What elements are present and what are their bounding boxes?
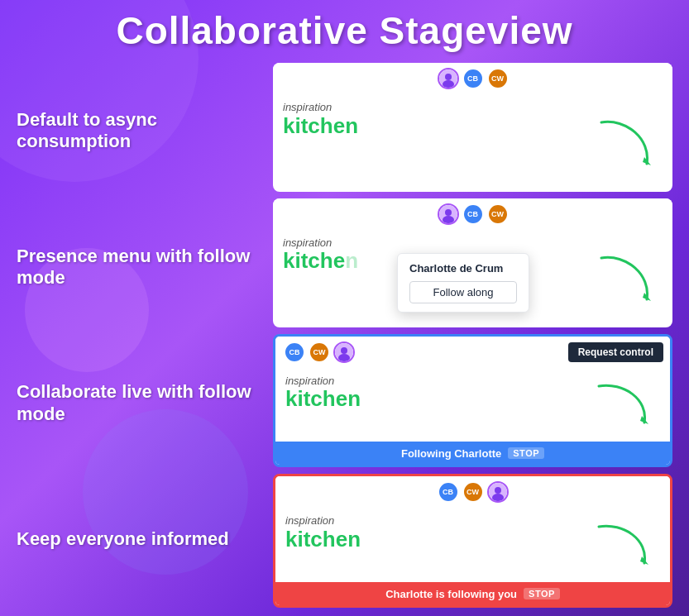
charlotte-avatar-svg-3 (335, 343, 353, 361)
page-container: Collaborative Stageview Default to async… (0, 0, 689, 616)
following-bar-text: Following Charlotte (401, 447, 501, 460)
right-panels: CB CW inspiration kitchen (273, 63, 672, 608)
avatar-cw-2: CW (487, 203, 509, 225)
popup-name: Charlotte de Crum (409, 262, 517, 275)
page-title: Collaborative Stageview (17, 8, 672, 53)
arrow-svg-2 (593, 250, 659, 308)
svg-marker-15 (640, 556, 648, 565)
label-item-4: Keep everyone informed (17, 471, 256, 608)
left-labels: Default to async consumption Presence me… (17, 63, 256, 608)
stop-badge-3[interactable]: STOP (508, 447, 544, 459)
charlotte-following-bar-text: Charlotte is following you (385, 588, 517, 600)
panel-2-content: inspiration kitchen Charlotte de Crum Fo… (273, 230, 672, 327)
avatar-charlotte-4 (487, 481, 509, 503)
panel-2: CB CW inspiration kitchen Charlotte de (273, 198, 672, 327)
panel-4: CB CW (273, 474, 672, 608)
panel-2-kitchen-text: kitchen (283, 249, 358, 273)
avatar-cw-4: CW (462, 481, 484, 503)
panel-1-content: inspiration kitchen (273, 94, 672, 192)
arrow-svg-1 (593, 114, 659, 172)
presence-popup: Charlotte de Crum Follow along (397, 253, 529, 313)
panel-3-avatars: CB CW (284, 341, 355, 363)
charlotte-avatar-svg-2 (439, 205, 457, 223)
panel-2-arrow (593, 236, 659, 321)
panel-4-avatars: CB CW (438, 481, 509, 503)
content-area: Default to async consumption Presence me… (17, 63, 672, 608)
panel-4-inspiration-label: inspiration (285, 514, 361, 528)
label-item-1: Default to async consumption (17, 63, 256, 199)
label-text-2: Presence menu with follow mode (17, 246, 256, 289)
follow-along-button[interactable]: Follow along (409, 281, 517, 303)
panel-2-header: CB CW (273, 198, 672, 230)
panel-4-content: inspiration kitchen (275, 508, 670, 582)
panel-4-inspiration: inspiration kitchen (285, 514, 361, 551)
panel-2-inspiration: inspiration kitchen (283, 236, 358, 273)
charlotte-avatar-svg-1 (439, 69, 457, 88)
avatar-cb-3: CB (284, 341, 305, 363)
arrow-svg-4 (591, 520, 657, 570)
request-control-button[interactable]: Request control (568, 342, 663, 362)
label-text-3: Collaborate live with follow mode (17, 381, 256, 425)
avatar-cb-4: CB (438, 481, 459, 503)
charlotte-avatar-svg-4 (489, 483, 507, 501)
label-item-2: Presence menu with follow mode (17, 199, 256, 336)
panel-1-header: CB CW (273, 63, 672, 94)
panel-3-inspiration-label: inspiration (285, 375, 361, 388)
avatar-cb-1: CB (462, 68, 484, 89)
panel-3-arrow (591, 375, 657, 436)
panel-1: CB CW inspiration kitchen (273, 63, 672, 192)
panel-3-inspiration: inspiration kitchen (285, 375, 361, 411)
panel-1-arrow (593, 101, 659, 185)
panel-1-kitchen-text: kitchen (283, 114, 358, 138)
svg-marker-3 (643, 157, 651, 165)
svg-point-5 (445, 209, 452, 216)
panel-2-avatars: CB CW (438, 203, 509, 225)
svg-marker-7 (643, 293, 651, 301)
following-bar: Following Charlotte STOP (275, 442, 670, 465)
panel-1-avatars: CB CW (438, 68, 509, 89)
svg-point-13 (495, 487, 501, 494)
stop-badge-4[interactable]: STOP (524, 588, 560, 599)
avatar-cw-1: CW (487, 68, 509, 89)
svg-point-1 (445, 74, 452, 80)
panel-3-header: CB CW Request contr (275, 337, 670, 368)
svg-point-9 (341, 347, 347, 354)
panel-3: CB CW Request contr (273, 334, 672, 468)
label-text-4: Keep everyone informed (17, 528, 229, 550)
label-text-1: Default to async consumption (17, 109, 256, 153)
label-item-3: Collaborate live with follow mode (17, 336, 256, 472)
avatar-cb-2: CB (462, 203, 484, 225)
panel-3-kitchen-text: kitchen (285, 387, 361, 411)
panel-1-inspiration-label: inspiration (283, 101, 358, 114)
avatar-charlotte-2 (438, 203, 459, 225)
panel-4-arrow (591, 514, 657, 575)
avatar-charlotte-1 (438, 68, 459, 89)
avatar-charlotte-3 (333, 341, 355, 363)
arrow-svg-3 (591, 380, 657, 429)
charlotte-following-bar: Charlotte is following you STOP (275, 582, 670, 605)
svg-marker-11 (640, 416, 648, 424)
panel-3-content: inspiration kitchen (275, 368, 670, 442)
panel-4-kitchen-text: kitchen (285, 528, 361, 552)
panel-4-header: CB CW (275, 476, 670, 508)
avatar-cw-3: CW (309, 341, 330, 363)
panel-1-inspiration: inspiration kitchen (283, 101, 358, 137)
panel-2-inspiration-label: inspiration (283, 236, 358, 250)
